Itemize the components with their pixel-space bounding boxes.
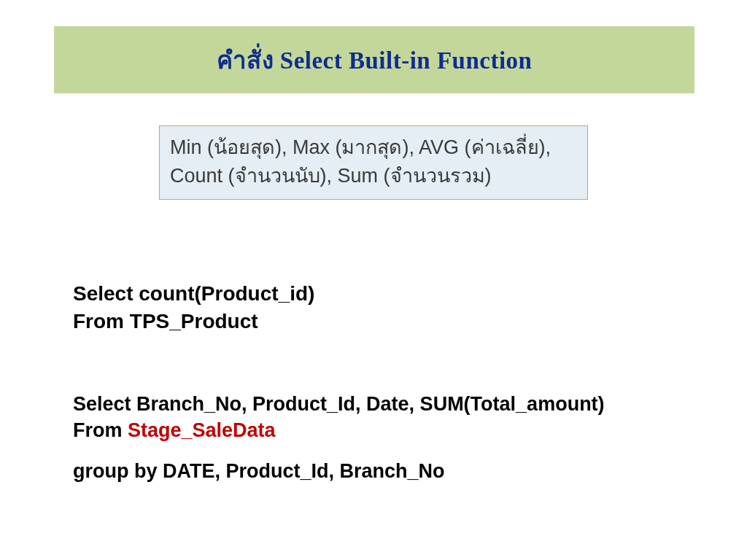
functions-info-text: Min (น้อยสุด), Max (มากสุด), AVG (ค่าเฉล… <box>170 133 577 190</box>
sql-query-2: Select Branch_No, Product_Id, Date, SUM(… <box>73 391 605 444</box>
table-name-highlight: Stage_SaleData <box>128 419 276 441</box>
title-bar: คำสั่ง Select Built-in Function <box>54 26 694 93</box>
query1-line2: From TPS_Product <box>73 308 314 335</box>
sql-query-3: group by DATE, Product_Id, Branch_No <box>73 458 445 484</box>
functions-info-box: Min (น้อยสุด), Max (มากสุด), AVG (ค่าเฉล… <box>159 125 588 200</box>
query2-line1: Select Branch_No, Product_Id, Date, SUM(… <box>73 391 605 417</box>
query2-line2: From Stage_SaleData <box>73 417 605 443</box>
sql-query-1: Select count(Product_id) From TPS_Produc… <box>73 280 314 335</box>
slide-title: คำสั่ง Select Built-in Function <box>217 41 533 79</box>
query1-line1: Select count(Product_id) <box>73 280 314 308</box>
